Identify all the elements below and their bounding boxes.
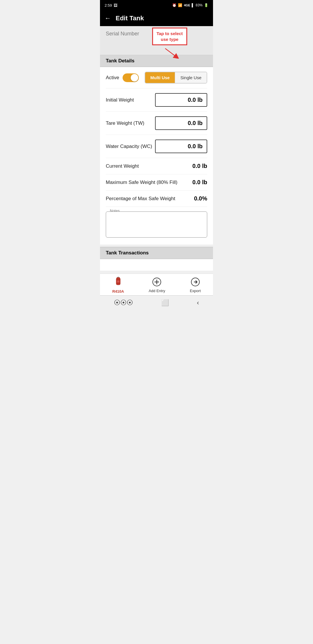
wifi-icon: 📶 xyxy=(178,3,182,7)
max-safe-weight-value: 0.0 lb xyxy=(192,179,207,186)
active-toggle[interactable] xyxy=(123,73,139,82)
initial-weight-row: Initial Weight xyxy=(106,88,207,112)
pct-max-safe-value: 0.0% xyxy=(194,195,207,202)
pct-max-safe-row: Percentage of Max Safe Weight 0.0% xyxy=(106,191,207,207)
system-home-icon[interactable]: ⬜ xyxy=(161,299,169,307)
status-time-area: 2:59 🖼 xyxy=(105,3,117,8)
initial-weight-input[interactable] xyxy=(155,93,207,107)
initial-weight-label: Initial Weight xyxy=(106,97,134,103)
tare-weight-label: Tare Weight (TW) xyxy=(106,120,144,126)
canister-icon xyxy=(114,277,123,288)
nav-item-r410a[interactable]: R410A xyxy=(112,277,124,294)
header: ← Edit Tank xyxy=(100,10,213,26)
tank-details-section-header: Tank Details xyxy=(100,55,213,67)
nav-r410a-label: R410A xyxy=(112,289,124,294)
tare-weight-row: Tare Weight (TW) xyxy=(106,112,207,135)
image-icon: 🖼 xyxy=(114,3,117,8)
water-capacity-label: Water Capacity (WC) xyxy=(106,144,152,149)
svg-rect-7 xyxy=(117,281,119,283)
current-weight-row: Current Weight 0.0 lb xyxy=(106,158,207,174)
serial-number-label: Serial Number xyxy=(106,31,139,37)
max-safe-weight-label: Maximum Safe Weight (80% Fill) xyxy=(106,180,177,185)
signal-icon: ▌ xyxy=(192,3,194,7)
svg-rect-14 xyxy=(193,283,194,284)
battery-text: 83% xyxy=(196,3,203,7)
current-weight-label: Current Weight xyxy=(106,163,139,169)
active-label: Active xyxy=(106,75,119,81)
nav-add-entry-label: Add Entry xyxy=(149,289,165,293)
tooltip-box: Tap to selectuse type xyxy=(152,28,187,45)
max-safe-weight-row: Maximum Safe Weight (80% Fill) 0.0 lb xyxy=(106,174,207,191)
status-time: 2:59 xyxy=(105,3,112,8)
tank-details-label: Tank Details xyxy=(106,58,134,64)
page-title: Edit Tank xyxy=(116,15,144,22)
tare-weight-input[interactable] xyxy=(155,116,207,130)
status-icons: ⏰ 📶 4GE ▌ 83% 🔋 xyxy=(172,3,208,7)
use-type-selector: Multi Use Single Use xyxy=(145,72,207,84)
toggle-knob xyxy=(131,74,138,82)
notes-label-wrap: Notes xyxy=(106,211,207,239)
tooltip-arrow xyxy=(164,47,181,60)
form-content: Active Multi Use Single Use Initial Weig… xyxy=(100,67,213,207)
active-toggle-group: Active xyxy=(106,73,139,82)
status-bar: 2:59 🖼 ⏰ 📶 4GE ▌ 83% 🔋 xyxy=(100,0,213,10)
tooltip-text: Tap to selectuse type xyxy=(156,31,183,42)
nav-item-add-entry[interactable]: Add Entry xyxy=(149,277,165,293)
nav-export-label: Export xyxy=(190,289,201,293)
system-nav: ⦿⦿⦿ ⬜ ‹ xyxy=(100,295,213,310)
pct-max-safe-label: Percentage of Max Safe Weight xyxy=(106,196,175,202)
system-menu-icon[interactable]: ⦿⦿⦿ xyxy=(114,299,133,307)
tank-transactions-label: Tank Transactions xyxy=(106,250,149,256)
multi-use-button[interactable]: Multi Use xyxy=(145,72,175,83)
notes-section: Notes xyxy=(100,207,213,245)
back-button[interactable]: ← xyxy=(105,15,111,22)
current-weight-value: 0.0 lb xyxy=(192,163,207,169)
tank-transactions-body xyxy=(100,259,213,271)
alarm-icon: ⏰ xyxy=(172,3,176,7)
serial-number-row: Serial Number Tap to selectuse type xyxy=(100,26,213,55)
nav-item-export[interactable]: Export xyxy=(190,277,201,293)
single-use-button[interactable]: Single Use xyxy=(175,72,207,83)
active-use-type-row: Active Multi Use Single Use xyxy=(106,67,207,88)
system-back-icon[interactable]: ‹ xyxy=(197,299,199,307)
add-entry-icon xyxy=(152,277,161,287)
battery-icon: 🔋 xyxy=(204,3,208,7)
water-capacity-input[interactable] xyxy=(155,140,207,153)
bottom-nav: R410A Add Entry Export xyxy=(100,274,213,295)
svg-line-1 xyxy=(165,48,177,57)
svg-rect-4 xyxy=(118,277,119,278)
network-icon: 4GE xyxy=(184,3,190,7)
water-capacity-row: Water Capacity (WC) xyxy=(106,135,207,158)
notes-input[interactable] xyxy=(106,211,207,238)
tank-transactions-section-header: Tank Transactions xyxy=(100,247,213,259)
export-icon xyxy=(191,277,200,287)
